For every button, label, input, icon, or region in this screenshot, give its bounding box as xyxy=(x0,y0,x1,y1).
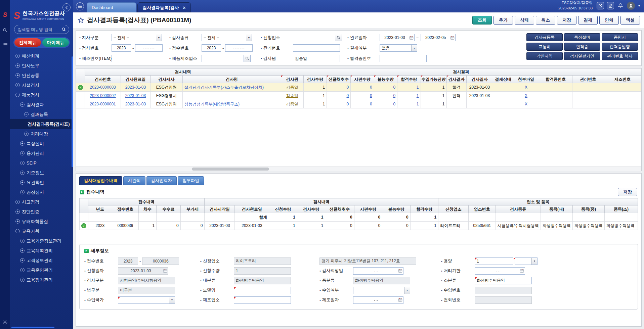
expand-icon[interactable]: + xyxy=(24,132,29,136)
manufacture-date-input[interactable] xyxy=(353,296,403,304)
toolbar-button[interactable]: 결재 xyxy=(578,16,598,25)
quick-action-button[interactable]: 교통비 xyxy=(526,43,563,51)
avatar[interactable] xyxy=(627,2,635,10)
inspection-no-serial-input[interactable] xyxy=(135,44,163,52)
quick-action-button[interactable]: 특정설비 xyxy=(564,33,600,41)
toolbar-button[interactable]: 추가 xyxy=(493,16,513,25)
cell-link[interactable]: 1 xyxy=(417,93,419,98)
column-header[interactable]: 신청업소 xyxy=(438,205,469,213)
column-header[interactable]: 검사번호 xyxy=(85,76,121,83)
inspection-no-prefix-input[interactable] xyxy=(112,44,131,52)
edit-icon[interactable] xyxy=(607,2,614,9)
receipt-no-prefix-input[interactable] xyxy=(118,257,138,265)
toolbar-button[interactable]: 삭제 xyxy=(515,16,534,25)
column-header[interactable]: 불능수량 xyxy=(382,205,411,213)
cell-link[interactable]: 0 xyxy=(370,102,372,106)
expand-icon[interactable]: + xyxy=(15,73,20,78)
import-country-select[interactable]: ▼ xyxy=(118,296,175,304)
cell-link[interactable]: 설계단계검사기록부(가스누출경보차단장치) xyxy=(184,85,264,90)
column-header[interactable]: 부가세 xyxy=(180,205,205,213)
manufacturer-input[interactable] xyxy=(234,296,291,304)
cell-link[interactable]: 1 xyxy=(417,102,419,106)
expand-icon[interactable]: + xyxy=(20,248,25,253)
calendar-icon[interactable] xyxy=(450,36,455,40)
column-header[interactable]: 품목(대) xyxy=(541,205,572,213)
column-header[interactable]: 시편수량 xyxy=(351,76,374,83)
receipt-no-serial-input[interactable] xyxy=(225,44,253,52)
column-header[interactable]: 년도 xyxy=(88,205,112,213)
sidebar-item[interactable]: +진단인증 xyxy=(10,207,73,217)
sidebar-item[interactable]: −제품검사 xyxy=(10,90,73,100)
tab-active-page[interactable]: 검사결과등록(검사× xyxy=(137,2,191,12)
expand-icon[interactable]: + xyxy=(20,258,25,263)
sidebar-item[interactable]: +처리대장 xyxy=(10,129,73,139)
applicant-address-input[interactable] xyxy=(319,257,416,265)
inspection-class-input[interactable] xyxy=(118,277,175,284)
management-no-input[interactable] xyxy=(293,44,340,52)
save-button[interactable]: 저장 xyxy=(618,188,637,196)
tab-dashboard[interactable]: Dashboard xyxy=(87,2,136,12)
collapse-icon[interactable]: − xyxy=(20,102,25,107)
calendar-icon[interactable] xyxy=(398,298,402,302)
import-no-input[interactable] xyxy=(475,287,532,294)
hamburger-menu-icon[interactable] xyxy=(76,2,84,10)
sidebar-item[interactable]: +기준정보 xyxy=(10,168,73,178)
receipt-no-serial-input[interactable] xyxy=(142,257,179,265)
menu-list-icon[interactable] xyxy=(3,43,7,47)
sidebar-item[interactable]: +교육운영관리 xyxy=(10,265,73,275)
cell-link[interactable]: 김종일 xyxy=(286,102,298,106)
expand-icon[interactable]: + xyxy=(20,190,25,194)
calendar-icon[interactable] xyxy=(398,269,402,273)
grid-row[interactable]: ✓2023-00000032023-01-03ESG경영처설계단계검사기록부(가… xyxy=(76,83,641,92)
column-header[interactable]: 불능수량 xyxy=(374,76,397,83)
sidebar-item[interactable]: +유해화학물질 xyxy=(10,217,73,226)
detail-tab[interactable]: 시간외 xyxy=(123,176,145,185)
quick-action-button[interactable]: 합격증발행 xyxy=(602,43,638,51)
menu-search-icon[interactable] xyxy=(61,27,66,32)
cell-link[interactable]: X xyxy=(525,102,527,106)
expand-icon[interactable]: + xyxy=(20,268,25,272)
column-header[interactable]: 신청수량 xyxy=(269,205,297,213)
deadline-input[interactable] xyxy=(475,267,525,275)
sidebar-item[interactable]: +SEIP xyxy=(10,158,73,168)
applicant-input[interactable] xyxy=(293,34,335,41)
sidebar-collapse-button[interactable] xyxy=(62,3,71,11)
search-icon[interactable] xyxy=(3,28,7,33)
grid1-hscrollbar-thumb[interactable] xyxy=(192,168,269,171)
sidebar-item[interactable]: +특정설비 xyxy=(10,139,73,148)
quick-action-button[interactable]: 검사표등록 xyxy=(526,33,563,41)
apply-date-input[interactable] xyxy=(118,267,168,275)
product-manufacturer-input[interactable] xyxy=(202,55,244,62)
column-header[interactable]: 검사명 xyxy=(182,76,281,83)
cell-link[interactable]: 0 xyxy=(347,102,349,106)
expand-icon[interactable]: + xyxy=(20,278,25,282)
column-header[interactable]: 수입가능잔량 xyxy=(421,76,446,83)
column-header[interactable]: 샘플채취수 xyxy=(325,205,354,213)
sidebar-item[interactable]: +교육평가관리 xyxy=(10,275,73,285)
sidebar-item[interactable]: +예산회계 xyxy=(10,51,73,61)
collapse-icon[interactable]: − xyxy=(24,112,29,116)
expand-icon[interactable]: + xyxy=(15,63,20,68)
cell-link[interactable]: 2023-0000001 xyxy=(90,102,116,106)
expand-icon[interactable]: + xyxy=(15,83,20,87)
capacity-unit-select[interactable]: ▼ xyxy=(515,257,538,265)
calendar-icon[interactable] xyxy=(520,269,524,273)
cell-link[interactable]: 김종일 xyxy=(286,85,298,90)
inspection-kind-select[interactable]: -- 전체 --▼ xyxy=(202,34,252,41)
apply-qty-input[interactable] xyxy=(234,267,291,275)
sidebar-item[interactable]: +용기관리 xyxy=(10,148,73,158)
column-header[interactable]: 검사수량 xyxy=(303,76,327,83)
expand-icon[interactable]: + xyxy=(20,141,25,146)
column-header[interactable]: 합격수량 xyxy=(410,205,438,213)
cell-link[interactable]: 0 xyxy=(347,85,349,90)
expand-icon[interactable]: + xyxy=(20,151,25,155)
grid1-hscrollbar[interactable] xyxy=(76,167,641,171)
cell-link[interactable]: 2023-01-03 xyxy=(125,102,146,106)
cell-link[interactable]: 0 xyxy=(370,93,372,98)
phone-no-input[interactable] xyxy=(475,296,532,304)
sidebar-item[interactable]: +안전공통 xyxy=(10,70,73,80)
sidebar-item[interactable]: +사고점검 xyxy=(10,197,73,207)
search-icon[interactable] xyxy=(335,34,342,41)
expand-icon[interactable]: + xyxy=(20,180,25,185)
search-icon[interactable] xyxy=(244,55,251,62)
